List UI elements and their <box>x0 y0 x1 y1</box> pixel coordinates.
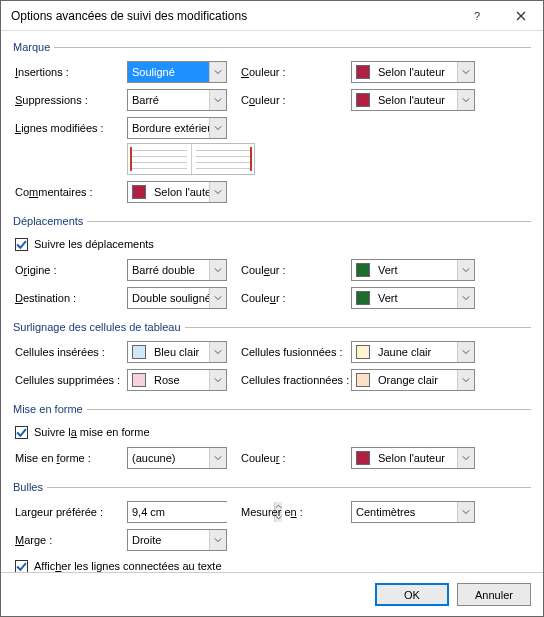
help-icon: ? <box>474 10 480 22</box>
chevron-down-icon <box>209 288 226 308</box>
color-swatch <box>356 93 370 107</box>
combo-origine-couleur[interactable]: Vert <box>351 259 475 281</box>
group-surlignage: Surlignage des cellules de tableau Cellu… <box>13 321 531 397</box>
combo-text: (aucune) <box>128 452 209 464</box>
combo-mef-couleur[interactable]: Selon l'auteur <box>351 447 475 469</box>
combo-destination[interactable]: Double souligné <box>127 287 227 309</box>
label-largeur: Largeur préférée : <box>13 506 127 518</box>
legend-mise-en-forme: Mise en forme <box>13 403 87 415</box>
label-fusionnees: Cellules fusionnées : <box>227 346 351 358</box>
combo-lignes[interactable]: Bordure extérieure <box>127 117 227 139</box>
combo-text: Selon l'auteur <box>374 94 457 106</box>
label-suppressions: Suppressions : <box>13 94 127 106</box>
preview-right <box>191 144 255 174</box>
chevron-down-icon <box>457 502 474 522</box>
combo-text: Selon l'auteur <box>374 66 457 78</box>
label-marge: Marge : <box>13 534 127 546</box>
combo-origine[interactable]: Barré double <box>127 259 227 281</box>
cancel-button[interactable]: Annuler <box>457 583 531 606</box>
chevron-down-icon <box>457 370 474 390</box>
combo-text: Bordure extérieure <box>128 122 209 134</box>
checkbox-icon <box>15 426 28 439</box>
chevron-down-icon <box>209 90 226 110</box>
group-mise-en-forme: Mise en forme Suivre la mise en forme Mi… <box>13 403 531 475</box>
label-mef-couleur: Couleur : <box>227 452 351 464</box>
combo-suppressions[interactable]: Barré <box>127 89 227 111</box>
chevron-down-icon <box>457 90 474 110</box>
color-swatch <box>356 451 370 465</box>
combo-inserees[interactable]: Bleu clair <box>127 341 227 363</box>
group-deplacements: Déplacements Suivre les déplacements Ori… <box>13 215 531 315</box>
group-bulles: Bulles Largeur préférée : Mesurer en : C… <box>13 481 531 572</box>
titlebar: Options avancées de suivi des modificati… <box>1 1 543 31</box>
combo-fractionnees[interactable]: Orange clair <box>351 369 475 391</box>
label-insertions: Insertions : <box>13 66 127 78</box>
combo-insertions[interactable]: Souligné <box>127 61 227 83</box>
window-title: Options avancées de suivi des modificati… <box>11 9 455 23</box>
color-swatch <box>132 345 146 359</box>
combo-supprimees[interactable]: Rose <box>127 369 227 391</box>
checkbox-icon <box>15 238 28 251</box>
checkbox-suivre-deplacements[interactable]: Suivre les déplacements <box>13 233 531 255</box>
combo-text: Vert <box>374 264 457 276</box>
legend-bulles: Bulles <box>13 481 47 493</box>
color-swatch <box>356 373 370 387</box>
label-mise-en-forme: Mise en forme : <box>13 452 127 464</box>
close-button[interactable] <box>499 1 543 31</box>
chevron-down-icon <box>209 62 226 82</box>
label-insertions-couleur: Couleur : <box>227 66 351 78</box>
combo-text: Double souligné <box>128 292 209 304</box>
color-swatch <box>356 345 370 359</box>
label-suppressions-couleur: Couleur : <box>227 94 351 106</box>
combo-fusionnees[interactable]: Jaune clair <box>351 341 475 363</box>
combo-destination-couleur[interactable]: Vert <box>351 287 475 309</box>
preview-left <box>128 144 191 174</box>
ok-button[interactable]: OK <box>375 583 449 606</box>
legend-surlignage: Surlignage des cellules de tableau <box>13 321 185 333</box>
combo-text: Centimètres <box>352 506 457 518</box>
checkbox-icon <box>15 560 28 573</box>
label-destination-couleur: Couleur : <box>227 292 351 304</box>
chevron-down-icon <box>457 62 474 82</box>
combo-text: Orange clair <box>374 374 457 386</box>
combo-mise-en-forme[interactable]: (aucune) <box>127 447 227 469</box>
chevron-down-icon <box>209 370 226 390</box>
combo-text: Barré <box>128 94 209 106</box>
label-origine: Origine : <box>13 264 127 276</box>
checkbox-suivre-mise-en-forme[interactable]: Suivre la mise en forme <box>13 421 531 443</box>
combo-text: Bleu clair <box>150 346 209 358</box>
color-swatch <box>356 291 370 305</box>
legend-marque: Marque <box>13 41 54 53</box>
label-lignes: Lignes modifiées : <box>13 122 127 134</box>
combo-text: Vert <box>374 292 457 304</box>
combo-text: Barré double <box>128 264 209 276</box>
label-destination: Destination : <box>13 292 127 304</box>
spinner-largeur[interactable] <box>127 501 227 523</box>
combo-commentaires[interactable]: Selon l'auteur <box>127 181 227 203</box>
checkbox-afficher-lignes[interactable]: Afficher les lignes connectées au texte <box>13 555 531 572</box>
help-button[interactable]: ? <box>455 1 499 31</box>
combo-text: Selon l'auteur <box>374 452 457 464</box>
combo-text: Rose <box>150 374 209 386</box>
combo-insertions-couleur[interactable]: Selon l'auteur <box>351 61 475 83</box>
combo-text: Selon l'auteur <box>150 186 209 198</box>
checkbox-label: Suivre les déplacements <box>34 238 154 250</box>
label-fractionnees: Cellules fractionnées : <box>227 374 351 386</box>
combo-suppressions-couleur[interactable]: Selon l'auteur <box>351 89 475 111</box>
combo-marge[interactable]: Droite <box>127 529 227 551</box>
chevron-down-icon <box>457 342 474 362</box>
color-swatch <box>356 65 370 79</box>
chevron-down-icon <box>457 260 474 280</box>
chevron-down-icon <box>457 448 474 468</box>
group-marque: Marque Insertions : Souligné Couleur : S… <box>13 41 531 209</box>
label-commentaires: Commentaires : <box>13 186 127 198</box>
chevron-down-icon <box>209 530 226 550</box>
color-swatch <box>132 185 146 199</box>
label-inserees: Cellules insérées : <box>13 346 127 358</box>
color-swatch <box>132 373 146 387</box>
dialog-content: Marque Insertions : Souligné Couleur : S… <box>1 31 543 572</box>
legend-deplacements: Déplacements <box>13 215 87 227</box>
combo-text: Jaune clair <box>374 346 457 358</box>
combo-mesurer[interactable]: Centimètres <box>351 501 475 523</box>
label-origine-couleur: Couleur : <box>227 264 351 276</box>
